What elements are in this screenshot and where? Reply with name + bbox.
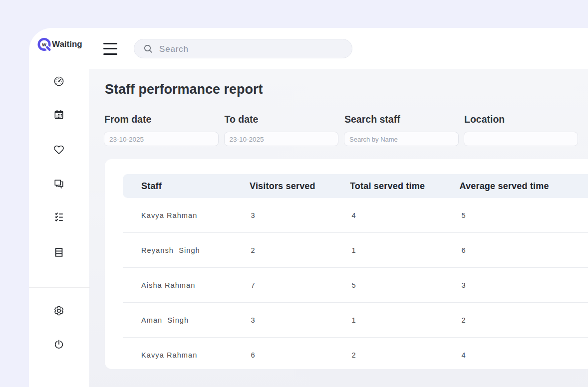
svg-text:w: w (41, 41, 46, 47)
